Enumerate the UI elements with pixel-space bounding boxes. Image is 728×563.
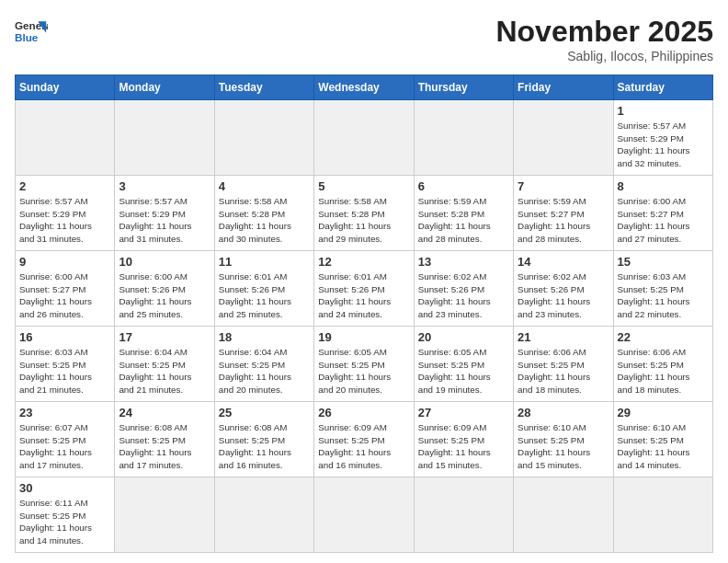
calendar-cell: 28Sunrise: 6:10 AM Sunset: 5:25 PM Dayli… xyxy=(514,402,613,477)
calendar-cell: 11Sunrise: 6:01 AM Sunset: 5:26 PM Dayli… xyxy=(214,251,313,327)
calendar-cell: 18Sunrise: 6:04 AM Sunset: 5:25 PM Dayli… xyxy=(214,327,313,402)
calendar-cell: 10Sunrise: 6:00 AM Sunset: 5:26 PM Dayli… xyxy=(115,251,214,327)
day-number: 23 xyxy=(19,406,110,419)
calendar-week-5: 23Sunrise: 6:07 AM Sunset: 5:25 PM Dayli… xyxy=(16,402,713,477)
calendar-cell xyxy=(214,100,313,176)
day-number: 20 xyxy=(418,330,509,344)
calendar-cell: 24Sunrise: 6:08 AM Sunset: 5:25 PM Dayli… xyxy=(115,402,214,477)
calendar-cell: 9Sunrise: 6:00 AM Sunset: 5:27 PM Daylig… xyxy=(16,251,115,327)
calendar-cell xyxy=(314,477,414,553)
day-number: 24 xyxy=(119,406,210,419)
day-number: 15 xyxy=(618,255,709,269)
day-info: Sunrise: 6:02 AM Sunset: 5:26 PM Dayligh… xyxy=(418,270,509,321)
calendar-cell: 23Sunrise: 6:07 AM Sunset: 5:25 PM Dayli… xyxy=(16,402,115,477)
weekday-header-friday: Friday xyxy=(514,75,613,100)
day-number: 11 xyxy=(219,255,310,269)
calendar-cell: 20Sunrise: 6:05 AM Sunset: 5:25 PM Dayli… xyxy=(414,327,513,402)
calendar-cell: 13Sunrise: 6:02 AM Sunset: 5:26 PM Dayli… xyxy=(414,251,513,327)
calendar-cell: 15Sunrise: 6:03 AM Sunset: 5:25 PM Dayli… xyxy=(613,251,712,327)
calendar-cell: 2Sunrise: 5:57 AM Sunset: 5:29 PM Daylig… xyxy=(16,176,115,251)
calendar-cell xyxy=(16,100,115,176)
day-number: 30 xyxy=(19,481,110,495)
logo: General Blue xyxy=(15,15,48,48)
day-info: Sunrise: 6:09 AM Sunset: 5:25 PM Dayligh… xyxy=(418,421,509,472)
calendar-cell: 21Sunrise: 6:06 AM Sunset: 5:25 PM Dayli… xyxy=(514,327,613,402)
weekday-header-row: SundayMondayTuesdayWednesdayThursdayFrid… xyxy=(16,75,713,100)
day-info: Sunrise: 6:10 AM Sunset: 5:25 PM Dayligh… xyxy=(618,421,709,472)
day-info: Sunrise: 6:00 AM Sunset: 5:27 PM Dayligh… xyxy=(618,195,709,246)
calendar-week-1: 1Sunrise: 5:57 AM Sunset: 5:29 PM Daylig… xyxy=(16,100,713,176)
calendar-cell: 27Sunrise: 6:09 AM Sunset: 5:25 PM Dayli… xyxy=(414,402,513,477)
calendar-cell: 29Sunrise: 6:10 AM Sunset: 5:25 PM Dayli… xyxy=(613,402,712,477)
svg-text:Blue: Blue xyxy=(15,31,39,43)
weekday-header-wednesday: Wednesday xyxy=(314,75,414,100)
calendar-week-4: 16Sunrise: 6:03 AM Sunset: 5:25 PM Dayli… xyxy=(16,327,713,402)
day-info: Sunrise: 6:07 AM Sunset: 5:25 PM Dayligh… xyxy=(19,421,110,472)
calendar-cell: 8Sunrise: 6:00 AM Sunset: 5:27 PM Daylig… xyxy=(613,176,712,251)
calendar-week-2: 2Sunrise: 5:57 AM Sunset: 5:29 PM Daylig… xyxy=(16,176,713,251)
calendar-cell: 25Sunrise: 6:08 AM Sunset: 5:25 PM Dayli… xyxy=(214,402,313,477)
calendar-cell: 22Sunrise: 6:06 AM Sunset: 5:25 PM Dayli… xyxy=(613,327,712,402)
day-number: 16 xyxy=(19,330,110,344)
weekday-header-tuesday: Tuesday xyxy=(214,75,313,100)
day-info: Sunrise: 6:00 AM Sunset: 5:26 PM Dayligh… xyxy=(119,270,210,321)
day-info: Sunrise: 5:59 AM Sunset: 5:28 PM Dayligh… xyxy=(418,195,509,246)
weekday-header-thursday: Thursday xyxy=(414,75,513,100)
day-info: Sunrise: 6:09 AM Sunset: 5:25 PM Dayligh… xyxy=(318,421,409,472)
day-info: Sunrise: 5:57 AM Sunset: 5:29 PM Dayligh… xyxy=(19,195,110,246)
day-info: Sunrise: 6:04 AM Sunset: 5:25 PM Dayligh… xyxy=(119,346,210,396)
calendar-cell: 26Sunrise: 6:09 AM Sunset: 5:25 PM Dayli… xyxy=(314,402,414,477)
day-info: Sunrise: 5:58 AM Sunset: 5:28 PM Dayligh… xyxy=(219,195,310,246)
day-info: Sunrise: 6:05 AM Sunset: 5:25 PM Dayligh… xyxy=(318,346,409,396)
day-info: Sunrise: 6:08 AM Sunset: 5:25 PM Dayligh… xyxy=(219,421,310,472)
location: Sablig, Ilocos, Philippines xyxy=(495,49,713,63)
calendar-cell: 30Sunrise: 6:11 AM Sunset: 5:25 PM Dayli… xyxy=(16,477,115,553)
page-header: General Blue November 2025 Sablig, Iloco… xyxy=(15,15,713,63)
day-number: 7 xyxy=(518,179,609,193)
calendar-cell xyxy=(414,100,513,176)
day-number: 12 xyxy=(318,255,409,269)
calendar-cell: 5Sunrise: 5:58 AM Sunset: 5:28 PM Daylig… xyxy=(314,176,414,251)
day-info: Sunrise: 6:05 AM Sunset: 5:25 PM Dayligh… xyxy=(418,346,509,396)
day-info: Sunrise: 5:57 AM Sunset: 5:29 PM Dayligh… xyxy=(119,195,210,246)
day-info: Sunrise: 6:04 AM Sunset: 5:25 PM Dayligh… xyxy=(219,346,310,396)
calendar-cell xyxy=(514,477,613,553)
day-info: Sunrise: 6:02 AM Sunset: 5:26 PM Dayligh… xyxy=(518,270,609,321)
calendar-cell xyxy=(314,100,414,176)
day-number: 1 xyxy=(618,104,709,118)
day-number: 8 xyxy=(618,179,709,193)
calendar-cell xyxy=(214,477,313,553)
day-info: Sunrise: 6:06 AM Sunset: 5:25 PM Dayligh… xyxy=(618,346,709,396)
day-number: 26 xyxy=(318,406,409,419)
day-info: Sunrise: 5:58 AM Sunset: 5:28 PM Dayligh… xyxy=(318,195,409,246)
calendar-cell xyxy=(514,100,613,176)
day-number: 21 xyxy=(518,330,609,344)
calendar-week-6: 30Sunrise: 6:11 AM Sunset: 5:25 PM Dayli… xyxy=(16,477,713,553)
calendar-cell: 12Sunrise: 6:01 AM Sunset: 5:26 PM Dayli… xyxy=(314,251,414,327)
day-number: 17 xyxy=(119,330,210,344)
calendar-cell xyxy=(115,477,214,553)
calendar-cell: 7Sunrise: 5:59 AM Sunset: 5:27 PM Daylig… xyxy=(514,176,613,251)
calendar-cell: 3Sunrise: 5:57 AM Sunset: 5:29 PM Daylig… xyxy=(115,176,214,251)
day-number: 28 xyxy=(518,406,609,419)
day-number: 9 xyxy=(19,255,110,269)
calendar-cell: 19Sunrise: 6:05 AM Sunset: 5:25 PM Dayli… xyxy=(314,327,414,402)
day-number: 4 xyxy=(219,179,310,193)
day-info: Sunrise: 6:01 AM Sunset: 5:26 PM Dayligh… xyxy=(219,270,310,321)
day-number: 2 xyxy=(19,179,110,193)
day-number: 13 xyxy=(418,255,509,269)
day-number: 29 xyxy=(618,406,709,419)
day-info: Sunrise: 5:59 AM Sunset: 5:27 PM Dayligh… xyxy=(518,195,609,246)
day-info: Sunrise: 6:00 AM Sunset: 5:27 PM Dayligh… xyxy=(19,270,110,321)
day-info: Sunrise: 6:08 AM Sunset: 5:25 PM Dayligh… xyxy=(119,421,210,472)
day-info: Sunrise: 5:57 AM Sunset: 5:29 PM Dayligh… xyxy=(618,120,709,170)
day-info: Sunrise: 6:01 AM Sunset: 5:26 PM Dayligh… xyxy=(318,270,409,321)
calendar-cell xyxy=(115,100,214,176)
day-number: 27 xyxy=(418,406,509,419)
day-number: 22 xyxy=(618,330,709,344)
day-info: Sunrise: 6:10 AM Sunset: 5:25 PM Dayligh… xyxy=(518,421,609,472)
day-number: 5 xyxy=(318,179,409,193)
day-info: Sunrise: 6:06 AM Sunset: 5:25 PM Dayligh… xyxy=(518,346,609,396)
calendar-cell xyxy=(613,477,712,553)
logo-icon: General Blue xyxy=(15,15,48,48)
